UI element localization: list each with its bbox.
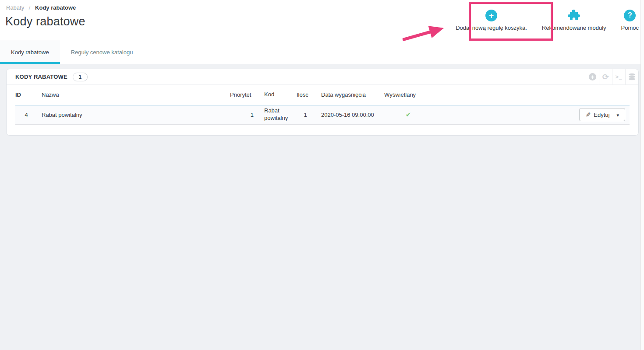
add-icon[interactable]: + [586,69,599,85]
column-header-displayed[interactable]: Wyświetlany [384,85,432,105]
database-icon[interactable] [625,69,638,85]
check-icon [406,111,411,118]
recommended-modules-label: Rekomendowane moduły [542,24,606,31]
breadcrumb: Rabaty / Kody rabatowe [6,4,76,11]
cell-quantity: 1 [297,105,314,124]
page-header: Rabaty / Kody rabatowe Kody rabatowe + D… [0,0,644,40]
column-header-expiration[interactable]: Data wygaśnięcia [314,85,384,105]
recommended-modules-button[interactable]: Rekomendowane moduły [540,7,608,34]
table-row[interactable]: 4 Rabat powitalny 1 Rabat powitalny 1 20… [15,105,630,124]
column-header-actions [432,85,630,105]
tab-catalog-price-rules[interactable]: Reguły cenowe katalogu [60,40,144,64]
column-header-id[interactable]: ID [15,85,37,105]
pencil-icon [585,111,591,118]
edit-button[interactable]: Edytuj [579,108,625,121]
table-header-row: ID Nazwa Priorytet Kod Ilość Data wygaśn… [15,85,630,105]
help-button[interactable]: ? Pomoc [619,7,640,34]
column-header-priority[interactable]: Priorytet [230,85,257,105]
panel-heading: KODY RABATOWE 1 + ⟳ >_ [7,69,638,85]
cell-actions: Edytuj [432,105,630,124]
page-title: Kody rabatowe [5,15,85,28]
edit-button-label: Edytuj [594,112,609,118]
cell-expiration: 2020-05-16 09:00:00 [314,105,384,124]
breadcrumb-separator: / [29,4,31,11]
scrollbar[interactable] [640,0,644,350]
breadcrumb-current: Kody rabatowe [35,4,76,11]
help-label: Pomoc [621,24,639,31]
question-circle-icon: ? [624,10,636,21]
terminal-icon[interactable]: >_ [612,69,625,85]
tab-cart-rules[interactable]: Kody rabatowe [0,40,60,64]
cell-code: Rabat powitalny [257,105,297,124]
cart-rules-panel: KODY RABATOWE 1 + ⟳ >_ [6,69,639,136]
count-badge: 1 [73,73,88,81]
panel-toolbar: + ⟳ >_ [586,69,638,85]
panel-body: ID Nazwa Priorytet Kod Ilość Data wygaśn… [7,85,638,125]
cell-priority: 1 [230,105,257,124]
column-header-code[interactable]: Kod [257,85,297,105]
refresh-icon[interactable]: ⟳ [599,69,612,85]
breadcrumb-parent[interactable]: Rabaty [6,4,24,11]
column-header-quantity[interactable]: Ilość [297,85,314,105]
cell-id: 4 [15,105,37,124]
plus-circle-icon: + [485,10,497,21]
panel-title: KODY RABATOWE [15,74,67,80]
add-cart-rule-button[interactable]: + Dodaj nową regułę koszyka. [454,7,529,34]
content-area: KODY RABATOWE 1 + ⟳ >_ [0,64,644,350]
tab-bar: Kody rabatowe Reguły cenowe katalogu [0,40,644,64]
column-header-name[interactable]: Nazwa [37,85,230,105]
header-actions: + Dodaj nową regułę koszyka. Rekomendowa… [454,0,640,40]
cell-name: Rabat powitalny [37,105,230,124]
puzzle-icon [567,10,580,21]
chevron-down-icon[interactable] [616,112,619,118]
cell-displayed [384,105,432,124]
add-cart-rule-label: Dodaj nową regułę koszyka. [456,24,527,31]
cart-rules-table: ID Nazwa Priorytet Kod Ilość Data wygaśn… [15,85,630,125]
